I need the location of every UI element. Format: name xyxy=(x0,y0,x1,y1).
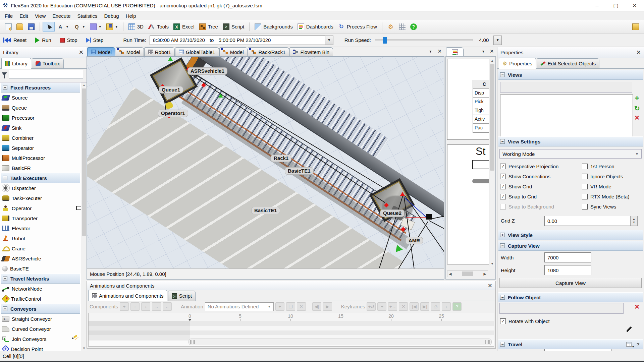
library-item-curved-conveyor[interactable]: Curved Conveyor xyxy=(0,324,81,334)
collapse-minus-icon[interactable]: − xyxy=(500,243,505,248)
chevron-down-icon[interactable]: ▼ xyxy=(115,25,118,28)
scroll-down-icon[interactable]: ▼ xyxy=(81,346,87,351)
maximize-button[interactable]: ▢ xyxy=(606,0,625,11)
menu-edit[interactable]: Edit xyxy=(16,13,32,19)
tab-close-icon[interactable]: ✕ xyxy=(437,48,442,54)
section-task-executers[interactable]: −Task Executers xyxy=(1,173,80,183)
library-item-multiprocessor[interactable]: MultiProcessor xyxy=(0,153,81,163)
travel-help-icon[interactable]: ? xyxy=(637,342,640,347)
section-view-style[interactable]: + View Style xyxy=(498,230,643,240)
section-views[interactable]: − Views xyxy=(498,70,643,80)
dashboard-hscrollbar[interactable]: ◀ ▶ xyxy=(447,270,488,277)
close-button[interactable]: ✕ xyxy=(625,0,644,11)
tree-button[interactable]: Tree xyxy=(197,22,220,32)
pointer-tool-button[interactable] xyxy=(43,22,55,32)
outdent-button[interactable]: ← xyxy=(163,302,172,311)
section-travel[interactable]: − Travel ? xyxy=(498,339,643,349)
scroll-up-icon[interactable]: ▲ xyxy=(489,58,495,63)
library-item-transporter[interactable]: Transporter xyxy=(0,213,81,223)
scrollbar-thumb[interactable] xyxy=(82,88,86,236)
checkbox-icon[interactable]: ✓ xyxy=(500,184,506,189)
tab-globaltable1[interactable]: GlobalTable1 xyxy=(175,47,219,56)
library-item-queue[interactable]: Queue xyxy=(0,103,81,113)
excel-button[interactable]: Excel xyxy=(171,22,197,32)
collapse-minus-icon[interactable]: − xyxy=(3,176,7,180)
section-conveyors[interactable]: −Conveyors xyxy=(1,304,80,314)
network-node-3d[interactable] xyxy=(426,214,432,220)
move-up-button[interactable]: ↑ xyxy=(130,302,140,311)
minimize-button[interactable]: – xyxy=(588,0,606,11)
snapshot-button[interactable]: ⎙ xyxy=(431,302,440,311)
tab-library[interactable]: Library xyxy=(1,58,31,69)
views-name-field[interactable] xyxy=(500,82,632,93)
library-item-trafficcontrol[interactable]: TrafficControl xyxy=(0,294,81,304)
scrollbar-thumb[interactable] xyxy=(490,64,494,171)
scrollbar-grip[interactable] xyxy=(190,340,195,344)
library-item-crane[interactable]: Crane xyxy=(0,243,81,253)
checkbox-snap-to-grid[interactable]: ✓Snap to Grid xyxy=(500,194,537,199)
run-speed-slider-handle[interactable] xyxy=(383,37,387,44)
library-item-basicfr[interactable]: BasicFR xyxy=(0,163,81,173)
tab-list-dropdown-icon[interactable]: ▼ xyxy=(429,50,432,53)
add-keyframe-button[interactable]: + xyxy=(377,302,386,311)
properties-close-icon[interactable]: ✕ xyxy=(636,49,641,56)
checkbox-show-connections[interactable]: ✓Show Connections xyxy=(500,174,550,179)
animations-help-icon[interactable]: ? xyxy=(452,302,462,311)
checkbox-sync-views[interactable]: Sync Views xyxy=(582,204,616,209)
menu-view[interactable]: View xyxy=(32,13,49,19)
library-item-elevator[interactable]: Elevator xyxy=(0,223,81,233)
prev-keyframe-button[interactable]: |◀ xyxy=(410,302,419,311)
operator-3d[interactable] xyxy=(165,100,173,110)
section-fixed-resources[interactable]: −Fixed Resources xyxy=(1,82,80,93)
run-time-field[interactable]: 8:30:00 AM 22/10/2020 to 5:00:00 PM 22/1… xyxy=(150,36,325,45)
section-travel-networks[interactable]: −Travel Networks xyxy=(1,274,80,284)
scrollbar-grip[interactable] xyxy=(485,340,490,344)
library-item-sink[interactable]: Sink xyxy=(0,123,81,133)
checkbox-icon[interactable]: ✓ xyxy=(500,194,506,199)
tools-button[interactable]: Tools xyxy=(146,22,171,32)
add-component-button[interactable]: + xyxy=(120,302,129,311)
save-model-button[interactable] xyxy=(25,22,37,32)
run-speed-slider[interactable] xyxy=(375,39,473,41)
library-item-robot[interactable]: Robot xyxy=(0,233,81,243)
animation-select[interactable]: No Animations Defined ▼ xyxy=(205,302,274,311)
menu-file[interactable]: File xyxy=(1,13,16,19)
collapse-minus-icon[interactable]: − xyxy=(500,342,505,347)
collapse-minus-icon[interactable]: − xyxy=(3,85,7,90)
checkbox-icon[interactable] xyxy=(582,164,588,169)
scroll-right-icon[interactable]: ▶ xyxy=(484,272,486,276)
checkbox-icon[interactable] xyxy=(582,184,588,189)
next-keyframe-button[interactable]: ▶| xyxy=(420,302,429,311)
library-item-processor[interactable]: Processor xyxy=(0,113,81,123)
section-capture-view[interactable]: − Capture View xyxy=(498,241,643,251)
run-button[interactable]: Run xyxy=(35,37,51,43)
3d-view-button[interactable]: 3D xyxy=(126,22,146,32)
play-animation-button[interactable]: ▶ xyxy=(323,302,332,311)
text-tool-button[interactable]: A▼ xyxy=(55,22,71,32)
checkbox-icon[interactable]: ✓ xyxy=(500,174,506,179)
tab-model-tree[interactable]: Model xyxy=(116,47,144,56)
menu-statistics[interactable]: Statistics xyxy=(74,13,101,19)
tab-rack-rack1[interactable]: Rack/Rack1 xyxy=(248,47,289,56)
run-time-dropdown[interactable]: ▼ xyxy=(325,36,333,45)
process-flow-button[interactable]: ↻Process Flow xyxy=(336,22,379,32)
library-item-source[interactable]: Source xyxy=(0,93,81,103)
indent-button[interactable]: → xyxy=(152,302,161,311)
3d-viewport[interactable]: ASRSvehicle1 Queue1 Operator1 Rack1 Basi… xyxy=(87,57,444,268)
expand-plus-icon[interactable]: + xyxy=(500,233,505,237)
refresh-views-icon[interactable]: ↻ xyxy=(634,104,640,113)
add-animation-button[interactable]: + xyxy=(275,302,284,311)
follow-object-field[interactable] xyxy=(499,303,624,314)
library-item-operator[interactable]: Operator xyxy=(0,203,81,213)
library-item-asrsvehicle[interactable]: ASRSvehicle xyxy=(0,253,81,263)
clear-follow-icon[interactable]: × xyxy=(635,302,639,311)
library-scrollbar[interactable]: ▲ ▼ xyxy=(81,82,87,351)
delete-view-icon[interactable]: × xyxy=(635,113,639,122)
checkbox-icon[interactable] xyxy=(582,204,588,209)
add-view-icon[interactable]: + xyxy=(635,94,639,103)
checkbox-vr-mode[interactable]: VR Mode xyxy=(582,184,611,189)
dashboard-tab[interactable] xyxy=(446,47,464,56)
collapse-minus-icon[interactable]: − xyxy=(500,295,505,300)
capture-width-input[interactable]: 7000 xyxy=(544,252,591,262)
library-item-taskexecuter[interactable]: TaskExecuter xyxy=(0,193,81,203)
